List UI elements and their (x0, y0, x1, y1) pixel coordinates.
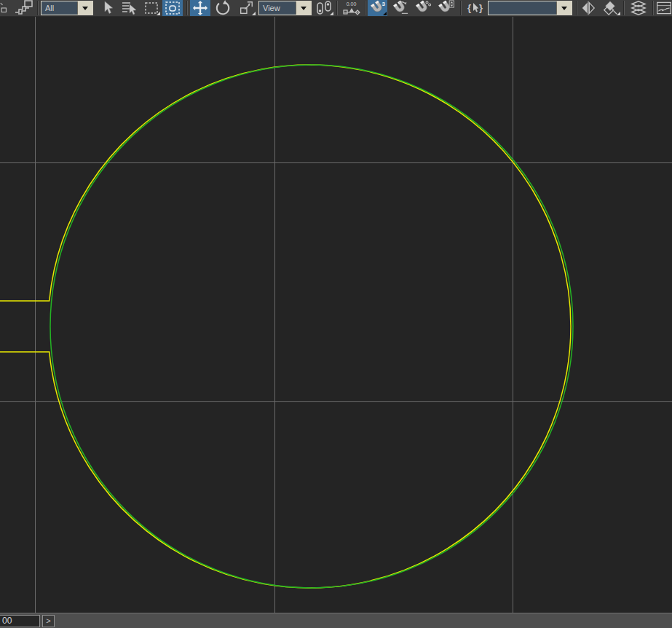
yellow-spline-shape (0, 65, 571, 588)
keyboard-override-button[interactable]: { } (464, 0, 486, 16)
select-and-link-partial-button[interactable] (0, 0, 10, 16)
selection-filter-arrow-button[interactable] (77, 1, 92, 15)
chevron-down-icon (82, 7, 88, 10)
green-circle-shape (50, 65, 573, 588)
named-selection-sets-arrow-button[interactable] (556, 1, 572, 15)
named-selection-sets-value (489, 1, 556, 15)
flyout-corner-icon (157, 12, 160, 15)
flyout-corner-icon (330, 12, 333, 15)
manipulate-value-label: 0.00 (347, 1, 357, 7)
named-selection-sets-dropdown[interactable] (488, 1, 572, 15)
percent-snap-button[interactable] (413, 0, 432, 16)
link-partial-icon (0, 0, 10, 16)
snap-3d-button[interactable]: 3 (368, 0, 387, 16)
toolbar-separator (365, 1, 366, 15)
select-and-move-button[interactable] (190, 0, 210, 16)
select-and-manipulate-button[interactable]: 0.00 (339, 0, 363, 16)
toolbar-separator (623, 1, 625, 15)
next-frame-button[interactable]: > (42, 615, 55, 627)
selection-filter-dropdown[interactable]: All (41, 1, 93, 15)
chevron-down-icon (301, 7, 307, 10)
time-slider-bar: 00 > (0, 613, 672, 628)
toolbar-separator (186, 1, 188, 15)
time-slider-frame-field[interactable]: 00 (0, 615, 40, 627)
toolbar-separator (652, 1, 654, 15)
main-toolbar: All (0, 0, 672, 17)
angle-snap-button[interactable] (390, 0, 410, 16)
3ds-max-window: All (0, 0, 672, 628)
unlink-selection-button[interactable] (11, 0, 36, 16)
window-crossing-button[interactable] (162, 0, 183, 16)
toolbar-separator (336, 1, 338, 15)
close-brace-label: } (479, 1, 483, 15)
flyout-corner-icon (383, 12, 387, 15)
flyout-corner-icon (617, 12, 620, 15)
select-by-name-button[interactable] (119, 0, 139, 16)
select-and-link-icon (12, 0, 34, 16)
select-object-button[interactable] (98, 0, 116, 16)
reference-coordinate-dropdown[interactable]: View (258, 1, 312, 15)
layers-icon (629, 0, 648, 16)
rectangular-selection-region-button[interactable] (141, 0, 161, 16)
selection-filter-value: All (41, 1, 77, 15)
viewport[interactable] (0, 17, 672, 613)
select-and-rotate-button[interactable] (213, 0, 233, 16)
window-crossing-icon (165, 0, 181, 16)
percent-snap-icon (414, 0, 432, 16)
layer-manager-button[interactable] (627, 0, 649, 16)
select-by-name-icon (121, 0, 137, 16)
curve-editor-icon (656, 0, 672, 16)
viewport-canvas[interactable] (0, 17, 672, 613)
mirror-icon (580, 0, 596, 16)
curve-editor-button[interactable] (656, 0, 672, 16)
align-button[interactable] (599, 0, 621, 16)
toolbar-separator (37, 1, 39, 15)
keyboard-override-icon (471, 2, 479, 14)
select-object-icon (100, 0, 114, 16)
mirror-button[interactable] (579, 0, 598, 16)
toolbar-separator (576, 1, 577, 15)
reference-coordinate-arrow-button[interactable] (296, 1, 311, 15)
snap-mode-badge: 3 (382, 1, 385, 7)
select-and-scale-button[interactable] (235, 0, 256, 16)
select-and-manipulate-icon (342, 7, 361, 15)
select-and-rotate-icon (215, 0, 231, 16)
chevron-down-icon (561, 7, 567, 10)
use-pivot-center-button[interactable] (314, 0, 334, 16)
spinner-snap-button[interactable] (435, 0, 456, 16)
toolbar-separator (460, 1, 462, 15)
angle-snap-icon (392, 0, 409, 16)
reference-coordinate-value: View (259, 1, 296, 15)
spinner-snap-icon (437, 0, 456, 16)
select-and-move-icon (192, 0, 208, 16)
flyout-corner-icon (252, 12, 256, 15)
